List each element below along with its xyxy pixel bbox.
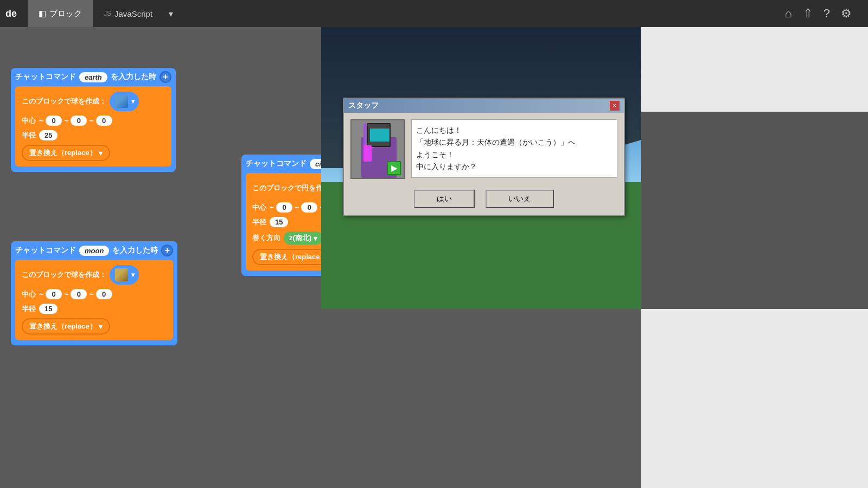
js-tab-label: JavaScript xyxy=(114,9,152,18)
earth-radius-input[interactable]: 25 xyxy=(39,130,58,140)
earth-center-label: 中心 xyxy=(22,116,36,126)
dialog-avatar: ▶ xyxy=(350,119,405,179)
avatar-decoration xyxy=(363,145,372,162)
dialog-close-button[interactable]: × xyxy=(610,101,620,111)
earth-block-type-dropdown[interactable]: ▾ xyxy=(110,92,139,111)
earth-prefix: チャットコマンド xyxy=(15,72,76,82)
minecraft-preview: スタッフ × ▶ こんにち xyxy=(321,27,641,309)
dialog-titlebar: スタッフ × xyxy=(344,99,624,113)
earth-radius-label: 半径 xyxy=(22,131,36,140)
earth-add-button[interactable]: + xyxy=(159,71,171,83)
blocks-tab-icon: ◧ xyxy=(39,9,46,18)
moon-block-type-dropdown[interactable]: ▾ xyxy=(110,265,139,285)
yellow-cube-icon xyxy=(115,268,128,281)
circle-prefix: チャットコマンド xyxy=(246,159,307,169)
tab-dropdown[interactable]: ▾ xyxy=(163,0,178,27)
avatar-head xyxy=(367,123,391,147)
dialog-title: スタッフ xyxy=(348,101,379,111)
dialog-body: ▶ こんにちは！ 「地球に昇る月：天体の遭遇（かいこう）」へ ようこそ！ 中に入… xyxy=(344,113,624,185)
blocks-tab-label: ブロック xyxy=(49,9,82,19)
dialog-yes-button[interactable]: はい xyxy=(414,190,475,208)
moon-tag[interactable]: moon xyxy=(79,246,109,256)
earth-command-block: チャットコマンド earth を入力した時 + このブロックで球を作成： ▾ xyxy=(11,68,176,172)
earth-sphere-label: このブロックで球を作成： xyxy=(22,97,106,106)
earth-cz-input[interactable]: 0 xyxy=(96,115,112,126)
replace-arrow-icon: ▾ xyxy=(99,149,103,157)
js-tab-icon: JS xyxy=(104,10,111,17)
direction-arrow-icon: ▾ xyxy=(314,234,317,242)
right-panel-bottom xyxy=(641,309,868,488)
dialog-message: こんにちは！ 「地球に昇る月：天体の遭遇（かいこう）」へ ようこそ！ 中に入りま… xyxy=(411,119,617,178)
circle-cx-input[interactable]: 0 xyxy=(276,202,292,213)
dropdown-arrow-icon: ▾ xyxy=(131,271,135,279)
moon-replace-dropdown[interactable]: 置き換え（replace） ▾ xyxy=(22,318,110,335)
moon-radius-input[interactable]: 15 xyxy=(39,304,58,314)
avatar-badge: ▶ xyxy=(387,161,401,175)
earth-cx-input[interactable]: 0 xyxy=(46,115,62,126)
share-icon[interactable]: ⇧ xyxy=(803,7,813,21)
moon-suffix: を入力した時 xyxy=(112,246,158,255)
circle-radius-label: 半径 xyxy=(252,217,266,227)
moon-radius-label: 半径 xyxy=(22,304,36,314)
replace-arrow-icon: ▾ xyxy=(99,323,103,331)
moon-prefix: チャットコマンド xyxy=(15,246,76,255)
circle-radius-input[interactable]: 15 xyxy=(270,217,288,227)
help-icon[interactable]: ? xyxy=(824,7,830,21)
settings-icon[interactable]: ⚙ xyxy=(841,7,852,21)
tab-javascript[interactable]: JS JavaScript xyxy=(93,0,163,27)
earth-replace-dropdown[interactable]: 置き換え（replace） ▾ xyxy=(22,145,110,161)
moon-center-label: 中心 xyxy=(22,290,36,299)
moon-cy-input[interactable]: 0 xyxy=(71,289,87,299)
moon-command-block: チャットコマンド moon を入力した時 + このブロックで球を作成： ▾ xyxy=(11,241,177,345)
home-icon[interactable]: ⌂ xyxy=(784,7,792,21)
earth-suffix: を入力した時 xyxy=(111,72,156,82)
moon-cz-input[interactable]: 0 xyxy=(96,289,112,299)
earth-cy-input[interactable]: 0 xyxy=(71,115,87,126)
dialog-no-button[interactable]: いいえ xyxy=(486,190,554,208)
dialog-buttons: はい いいえ xyxy=(344,185,624,215)
dropdown-arrow-icon: ▾ xyxy=(131,98,135,105)
moon-cx-input[interactable]: 0 xyxy=(46,289,62,299)
chevron-down-icon: ▾ xyxy=(169,9,173,19)
header: de ◧ ブロック JS JavaScript ▾ ⌂ ⇧ ? ⚙ xyxy=(0,0,868,27)
earth-tag[interactable]: earth xyxy=(79,72,107,82)
circle-direction-label: 巻く方向 xyxy=(252,233,280,243)
right-panel-top xyxy=(641,27,868,112)
circle-center-label: 中心 xyxy=(252,203,266,213)
blue-cube-icon xyxy=(115,95,128,108)
circle-direction-dropdown[interactable]: z(南北) ▾ xyxy=(284,232,323,245)
moon-sphere-label: このブロックで球を作成： xyxy=(22,270,106,280)
workspace: チャットコマンド earth を入力した時 + このブロックで球を作成： ▾ xyxy=(0,27,641,488)
app-logo: de xyxy=(5,8,17,20)
circle-cy-input[interactable]: 0 xyxy=(301,202,317,213)
tab-bar: ◧ ブロック JS JavaScript ▾ xyxy=(28,0,784,27)
header-icons: ⌂ ⇧ ? ⚙ xyxy=(784,7,852,21)
moon-add-button[interactable]: + xyxy=(161,245,173,256)
dialog-box: スタッフ × ▶ こんにち xyxy=(343,98,625,216)
tab-blocks[interactable]: ◧ ブロック xyxy=(28,0,93,27)
